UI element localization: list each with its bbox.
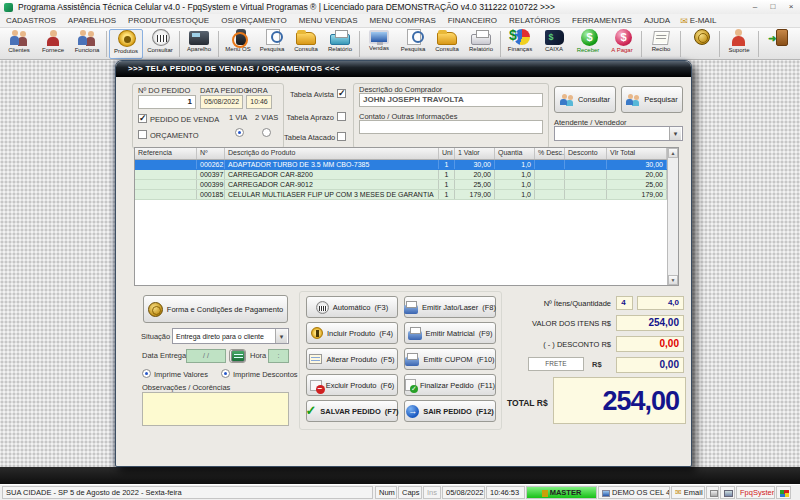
table-avista-checkbox[interactable] — [337, 89, 346, 98]
discount-field[interactable]: 0,00 — [616, 336, 684, 352]
status-email[interactable]: ✉ Email — [671, 486, 705, 499]
consult-button[interactable]: Consultar — [554, 86, 616, 113]
support-icon — [728, 29, 750, 46]
table-aprazo-label: Tabela Aprazo — [284, 113, 334, 122]
delivery-date-label: Data Entrega — [142, 351, 186, 360]
scroll-up-icon[interactable]: ▲ — [668, 148, 678, 158]
freight-field[interactable]: 0,00 — [616, 357, 684, 373]
toolbar-relatorio-os[interactable]: Relatório — [323, 29, 357, 59]
minimize-button[interactable]: – — [746, 1, 764, 13]
toolbar-aparelho[interactable]: Aparelho — [182, 29, 216, 59]
quote-checkbox[interactable] — [138, 130, 147, 139]
toolbar-separator — [218, 31, 219, 57]
toolbar-separator — [719, 31, 720, 57]
menu-email[interactable]: E-MAIL — [690, 16, 723, 25]
buyer-desc-field[interactable]: JOHN JOSEPH TRAVOLTA — [359, 93, 543, 107]
automatic-button[interactable]: Automático(F3) — [306, 296, 398, 318]
toolbar-funcionario[interactable]: Funciona — [70, 29, 104, 59]
payment-terms-button[interactable]: Forma e Condições de Pagamento — [143, 295, 288, 323]
observations-textarea[interactable] — [142, 392, 289, 426]
table-row[interactable]: 000185 CELULAR MULTILASER FLIP UP COM 3 … — [135, 190, 667, 200]
folder-icon — [296, 32, 316, 45]
printer-icon — [330, 34, 350, 45]
delivery-date-field[interactable]: / / — [186, 349, 226, 363]
finalize-order-button[interactable]: Finalizar Pedido(F11) — [404, 374, 496, 396]
toolbar-consultar[interactable]: Consultar — [143, 29, 177, 59]
print-inkjet-button[interactable]: Emitir Jato/Laser(F8) — [404, 296, 496, 318]
toolbar-sair[interactable] — [761, 29, 795, 59]
situation-label: Situação — [141, 332, 170, 341]
delivery-time-field[interactable]: : — [268, 349, 289, 363]
maximize-button[interactable]: □ — [764, 1, 782, 13]
table-aprazo-checkbox[interactable] — [337, 112, 346, 121]
supplier-icon — [42, 29, 64, 46]
print-discounts-radio[interactable] — [221, 369, 230, 378]
menu-compras[interactable]: MENU COMPRAS — [364, 16, 442, 25]
print-values-radio[interactable] — [142, 369, 151, 378]
table-row[interactable]: 000262 ADAPTADOR TURBO DE 3.5 MM CBO-738… — [135, 160, 667, 170]
toolbar-consulta-vendas[interactable]: Consulta — [430, 29, 464, 59]
buyer-contact-field[interactable] — [359, 120, 543, 134]
search-button[interactable]: Pesquisar — [621, 86, 683, 113]
order-time-field[interactable]: 10:46 — [246, 95, 272, 109]
toolbar-vendas[interactable]: Vendas — [362, 29, 396, 59]
attendant-dropdown[interactable] — [554, 126, 683, 141]
toolbar-financas[interactable]: Finanças — [503, 29, 537, 59]
toolbar-menu-os[interactable]: Menu OS — [221, 29, 255, 59]
add-product-button[interactable]: Incluir Produto(F4) — [306, 322, 398, 344]
toolbar-consulta-os[interactable]: Consulta — [289, 29, 323, 59]
table-atacado-checkbox[interactable] — [337, 132, 346, 141]
menu-produto-estoque[interactable]: PRODUTO/ESTOQUE — [122, 16, 215, 25]
search-doc-icon — [407, 29, 421, 45]
toolbar-pesquisa-vendas[interactable]: Pesquisa — [396, 29, 430, 59]
table-row[interactable]: 000399 CARREGADOR CAR-9012 1 25,00 1,0 2… — [135, 180, 667, 190]
toolbar-produtos[interactable]: Produtos — [109, 29, 143, 59]
toolbar-caixa[interactable]: CAIXA — [537, 29, 571, 59]
situation-dropdown[interactable]: Entrega direto para o cliente — [172, 328, 289, 344]
toolbar-relatorio-vendas[interactable]: Relatório — [464, 29, 498, 59]
order-date-field[interactable]: 05/08/2022 — [200, 95, 243, 109]
menu-ferramentas[interactable]: FERRAMENTAS — [566, 16, 638, 25]
print-matrix-button[interactable]: Emitir Matricial(F9) — [404, 322, 496, 344]
table-scrollbar[interactable]: ▲ ▼ — [667, 148, 678, 285]
cashbook-icon — [545, 30, 564, 45]
dialog-titlebar[interactable]: >>> TELA PEDIDO DE VENDAS / ORÇAMENTOS <… — [116, 61, 691, 77]
delete-product-button[interactable]: Excluir Produto(F6) — [306, 374, 398, 396]
people-icon — [560, 94, 574, 106]
toolbar-recibo[interactable]: Recibo — [644, 29, 678, 59]
freight-type-field[interactable]: FRETE — [528, 357, 584, 371]
barcode-icon — [152, 29, 170, 46]
receivable-icon — [581, 29, 598, 46]
menu-os-orcamento[interactable]: OS/ORÇAMENTO — [215, 16, 293, 25]
via2-radio[interactable] — [262, 128, 271, 137]
toolbar-clientes[interactable]: Clientes — [2, 29, 36, 59]
table-row[interactable]: 000397 CARREGADOR CAR-8200 1 20,00 1,0 2… — [135, 170, 667, 180]
scroll-down-icon[interactable]: ▼ — [668, 275, 678, 285]
save-order-button[interactable]: ✓ SALVAR PEDIDO(F7) — [306, 400, 398, 422]
edit-product-button[interactable]: Alterar Produto(F5) — [306, 348, 398, 370]
status-printer[interactable] — [706, 486, 719, 499]
calendar-button[interactable] — [229, 349, 246, 363]
toolbar-fornecedor[interactable]: Fornece — [36, 29, 70, 59]
menu-vendas[interactable]: MENU VENDAS — [293, 16, 364, 25]
exit-order-button[interactable]: → SAIR PEDIDO(F12) — [404, 400, 496, 422]
order-number-field[interactable]: 1 — [138, 95, 196, 109]
toolbar-moeda[interactable] — [683, 29, 717, 59]
toolbar-pesquisa-os[interactable]: Pesquisa — [255, 29, 289, 59]
status-brand: FpqSystem — [736, 486, 775, 499]
sale-order-checkbox[interactable] — [138, 114, 147, 123]
toolbar-a-pagar[interactable]: A Pagar — [605, 29, 639, 59]
status-network[interactable] — [720, 486, 735, 499]
print-coupon-button[interactable]: Emitir CUPOM(F10) — [404, 348, 496, 370]
menu-cadastros[interactable]: CADASTROS — [0, 16, 62, 25]
menu-financeiro[interactable]: FINANCEIRO — [442, 16, 503, 25]
menu-aparelhos[interactable]: APARELHOS — [62, 16, 122, 25]
products-gear-icon — [118, 30, 136, 47]
menu-relatorios[interactable]: RELATÓRIOS — [503, 16, 566, 25]
toolbar-suporte[interactable]: Suporte — [722, 29, 756, 59]
toolbar-receber[interactable]: Receber — [571, 29, 605, 59]
close-button[interactable]: × — [782, 1, 800, 13]
menu-ajuda[interactable]: AJUDA — [638, 16, 676, 25]
items-count-field: 4 — [616, 296, 633, 310]
via1-radio[interactable] — [235, 128, 244, 137]
